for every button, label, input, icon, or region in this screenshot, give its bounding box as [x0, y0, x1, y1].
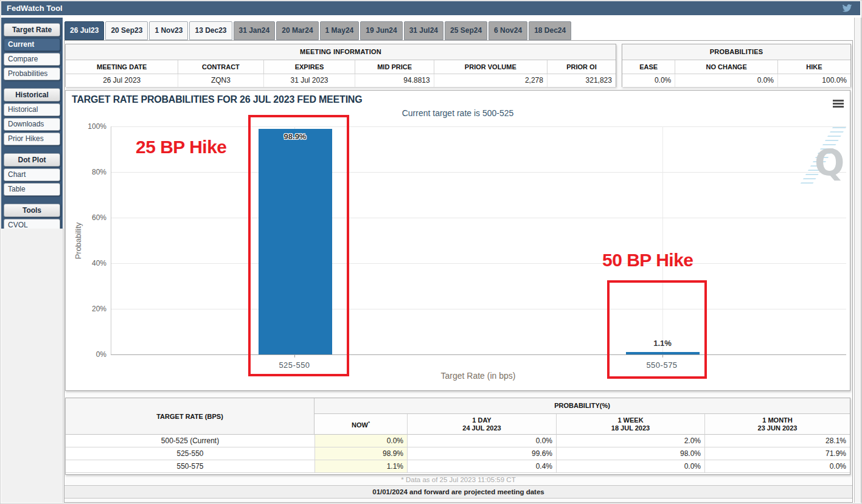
sidebar-item-probabilities[interactable]: Probabilities [4, 67, 60, 80]
tab-20-mar24[interactable]: 20 Mar24 [276, 21, 318, 40]
value-expires: 31 Jul 2023 [263, 74, 355, 87]
right-rail-background [854, 18, 861, 503]
value-mid-price: 94.8813 [355, 74, 433, 87]
table-group-header: PROBABILITY(%) [315, 398, 850, 414]
probabilities-summary-panel: PROBABILITIES EASE NO CHANGE HIKE 0.0% 0… [622, 44, 851, 87]
col-header-no-change: NO CHANGE [675, 60, 777, 74]
sidebar-item-downloads[interactable]: Downloads [4, 118, 60, 131]
titlebar: FedWatch Tool [1, 1, 860, 15]
col-header-1-month: 1 MONTH 23 JUN 2023 [704, 414, 850, 435]
watermark-q-letter: Q [815, 145, 844, 181]
value-prior-volume: 2,278 [434, 74, 547, 87]
value-meeting-date: 26 Jul 2023 [66, 74, 178, 87]
tab-31-jan24[interactable]: 31 Jan24 [234, 21, 276, 40]
col-header-1-day: 1 DAY 24 JUL 2023 [407, 414, 556, 435]
col-header-expires: EXPIRES [263, 60, 355, 74]
cell-500-525-1day: 0.0% [407, 435, 556, 447]
col-header-prior-volume: PRIOR VOLUME [434, 60, 547, 74]
annotation-text-25bp: 25 BP Hike [136, 137, 227, 157]
y-tick-20: 20% [70, 305, 106, 313]
value-no-change: 0.0% [675, 74, 777, 87]
content-panel: MEETING INFORMATION MEETING DATE CONTRAC… [64, 40, 853, 503]
annotation-box-25bp [248, 115, 349, 376]
tab-18-dec24[interactable]: 18 Dec24 [529, 21, 571, 40]
row-label-525-550: 525-550 [66, 447, 315, 460]
annotation-box-50bp [607, 280, 707, 379]
left-rail-background [1, 229, 63, 503]
col-header-ease: EASE [622, 60, 675, 74]
y-tick-80: 80% [70, 168, 106, 176]
tab-13-dec23[interactable]: 13 Dec23 [189, 21, 232, 40]
data-asof-footnote: * Data as of 25 Jul 2023 11:05:59 CT [64, 476, 852, 483]
sidebar-header-target-rate: Target Rate [4, 23, 60, 36]
col-header-hike: HIKE [777, 60, 850, 74]
probabilities-summary-title: PROBABILITIES [622, 44, 850, 60]
y-tick-60: 60% [70, 213, 106, 222]
sidebar-header-tools: Tools [4, 204, 60, 217]
tab-19-jun24[interactable]: 19 Jun24 [360, 21, 402, 40]
col-header-1-week: 1 WEEK 18 JUL 2023 [556, 414, 704, 435]
tab-25-sep24[interactable]: 25 Sep24 [445, 21, 487, 40]
sidebar-item-chart[interactable]: Chart [4, 168, 60, 181]
row-label-550-575: 550-575 [66, 460, 315, 473]
row-label-500-525: 500-525 (Current) [66, 435, 315, 447]
cell-525-550-1week: 98.0% [556, 447, 704, 460]
col-header-meeting-date: MEETING DATE [66, 60, 178, 74]
cell-525-550-now: 98.9% [315, 447, 407, 460]
twitter-icon[interactable] [842, 3, 852, 13]
plot-area: 98.9% 1.1% [111, 126, 846, 355]
chart-subtitle: Current target rate is 500-525 [66, 108, 850, 118]
sidebar-item-compare[interactable]: Compare [4, 53, 60, 66]
cell-525-550-1month: 71.9% [704, 447, 850, 460]
tab-1-may24[interactable]: 1 May24 [320, 21, 360, 40]
target-rate-probabilities-chart: TARGET RATE PROBABILITIES FOR 26 JUL 202… [65, 90, 850, 391]
sidebar-item-prior-hikes[interactable]: Prior Hikes [4, 133, 60, 145]
meeting-date-tabs: 26 Jul23 20 Sep23 1 Nov23 13 Dec23 31 Ja… [64, 21, 571, 40]
col-header-mid-price: MID PRICE [355, 60, 433, 74]
cell-550-575-1month: 0.0% [704, 460, 850, 473]
cell-500-525-1month: 28.1% [704, 435, 850, 447]
cell-500-525-1week: 2.0% [556, 435, 704, 447]
quikstrike-watermark: Q [799, 127, 846, 187]
sidebar-item-current[interactable]: Current [4, 38, 60, 51]
chart-title: TARGET RATE PROBABILITIES FOR 26 JUL 202… [72, 94, 362, 105]
tab-6-nov24[interactable]: 6 Nov24 [488, 21, 527, 40]
sidebar-header-dot-plot: Dot Plot [4, 153, 60, 167]
value-hike: 100.0% [777, 74, 850, 87]
tab-26-jul23[interactable]: 26 Jul23 [64, 21, 104, 40]
col-header-prior-oi: PRIOR OI [547, 60, 616, 74]
y-tick-100: 100% [70, 122, 106, 131]
sidebar-item-table[interactable]: Table [4, 183, 60, 196]
x-axis-title: Target Rate (in bps) [111, 371, 846, 381]
app-title: FedWatch Tool [7, 1, 63, 15]
y-tick-0: 0% [70, 350, 106, 359]
tab-1-nov23[interactable]: 1 Nov23 [149, 21, 188, 40]
cell-500-525-now: 0.0% [315, 435, 407, 447]
table-row-header: TARGET RATE (BPS) [66, 398, 315, 435]
sidebar-item-historical[interactable]: Historical [4, 103, 60, 116]
value-contract: ZQN3 [178, 74, 263, 87]
tab-20-sep23[interactable]: 20 Sep23 [105, 21, 148, 40]
cell-550-575-1day: 0.4% [407, 460, 556, 473]
annotation-text-50bp: 50 BP Hike [602, 250, 693, 271]
meeting-information-panel: MEETING INFORMATION MEETING DATE CONTRAC… [65, 44, 616, 87]
projection-note: 01/01/2024 and forward are projected mee… [64, 485, 852, 499]
sidebar: Target Rate Current Compare Probabilitie… [1, 18, 63, 229]
value-prior-oi: 321,823 [547, 74, 616, 87]
sidebar-header-historical: Historical [4, 88, 60, 102]
probability-history-table: TARGET RATE (BPS) PROBABILITY(%) NOW* 1 … [65, 398, 850, 475]
tab-31-jul24[interactable]: 31 Jul24 [404, 21, 443, 40]
col-header-contract: CONTRACT [178, 60, 263, 74]
value-ease: 0.0% [622, 74, 675, 87]
chart-context-menu-icon[interactable] [833, 100, 844, 109]
cell-550-575-now: 1.1% [315, 460, 407, 473]
y-tick-40: 40% [70, 259, 106, 268]
meeting-information-title: MEETING INFORMATION [66, 44, 616, 60]
cell-550-575-1week: 0.0% [556, 460, 704, 473]
now-footnote-marker: * [368, 420, 370, 426]
y-axis-title: Probability [72, 186, 85, 295]
cell-525-550-1day: 99.6% [407, 447, 556, 460]
col-header-now: NOW* [315, 414, 407, 435]
